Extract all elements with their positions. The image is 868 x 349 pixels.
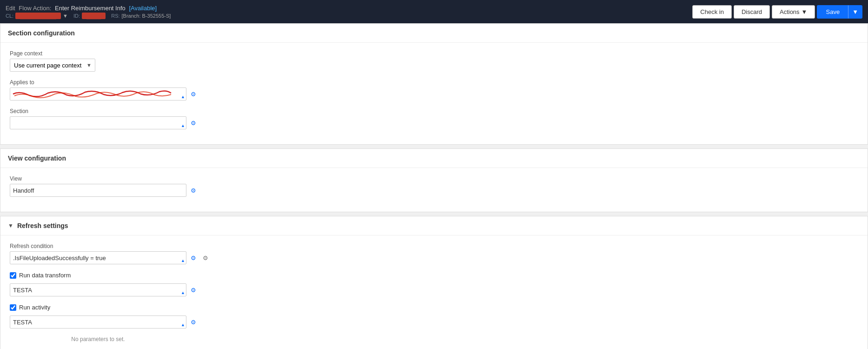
activity-config-icon[interactable]: ⚙ bbox=[188, 317, 199, 327]
view-group: View ⚙ bbox=[10, 175, 858, 197]
refresh-condition-lookup-icon[interactable]: ⚙ bbox=[188, 253, 199, 263]
applies-to-group: Applies to ▲ ⚙ bbox=[10, 79, 858, 101]
top-bar: Edit Flow Action: Enter Reimbursement In… bbox=[0, 0, 868, 23]
refresh-settings-panel: ▼ Refresh settings Refresh condition ▲ ⚙… bbox=[0, 216, 868, 349]
activity-input-wrapper: ▲ bbox=[10, 315, 186, 329]
view-config-body: View ⚙ bbox=[0, 168, 868, 212]
refresh-collapse-icon[interactable]: ▼ bbox=[8, 222, 13, 229]
id-value: ████ bbox=[82, 13, 106, 19]
section-group: Section ▲ ⚙ bbox=[10, 108, 858, 129]
view-config-icon[interactable]: ⚙ bbox=[188, 185, 199, 195]
refresh-settings-title: Refresh settings bbox=[17, 222, 68, 229]
run-data-transform-row: Run data transform bbox=[10, 272, 858, 279]
save-button[interactable]: Save bbox=[817, 5, 848, 19]
applies-to-field-wrapper: ▲ bbox=[10, 87, 186, 101]
section-input[interactable] bbox=[10, 116, 186, 129]
page-context-group: Page context Use current page contextOth… bbox=[10, 50, 858, 72]
refresh-condition-row: ▲ ⚙ ⚙ bbox=[10, 251, 858, 264]
applies-to-config-icon[interactable]: ⚙ bbox=[188, 89, 199, 99]
flow-action-name: Enter Reimbursement Info bbox=[55, 5, 126, 12]
page-context-select[interactable]: Use current page contextOther bbox=[10, 59, 95, 72]
section-input-wrapper: ▲ bbox=[10, 116, 186, 129]
section-label: Section bbox=[10, 108, 858, 114]
run-data-transform-checkbox[interactable] bbox=[10, 272, 16, 279]
activity-row: ▲ ⚙ bbox=[10, 315, 858, 329]
discard-button[interactable]: Discard bbox=[734, 5, 770, 19]
section-config-panel: Section configuration Page context Use c… bbox=[0, 23, 868, 145]
page-context-select-wrapper: Use current page contextOther ▼ bbox=[10, 59, 95, 72]
applies-to-input[interactable] bbox=[10, 87, 186, 101]
actions-label: Actions bbox=[780, 8, 800, 15]
checkin-button[interactable]: Check in bbox=[692, 5, 732, 19]
edit-label: Edit bbox=[6, 5, 15, 12]
view-input[interactable] bbox=[10, 184, 186, 197]
flow-action-label: Flow Action: bbox=[19, 5, 51, 12]
data-transform-config-icon[interactable]: ⚙ bbox=[188, 285, 199, 295]
cl-value: ██████████ bbox=[15, 13, 61, 19]
rs-value: [Branch: B-352555-S] bbox=[122, 13, 171, 19]
refresh-condition-input[interactable] bbox=[10, 251, 186, 264]
refresh-condition-config-icon[interactable]: ⚙ bbox=[200, 253, 211, 263]
run-activity-label[interactable]: Run activity bbox=[19, 304, 50, 311]
activity-group: ▲ ⚙ bbox=[10, 315, 858, 329]
activity-input[interactable] bbox=[10, 315, 186, 329]
main-content: Section configuration Page context Use c… bbox=[0, 23, 868, 349]
view-config-panel: View configuration View ⚙ bbox=[0, 148, 868, 212]
section-config-title: Section configuration bbox=[8, 29, 75, 37]
data-transform-row: ▲ ⚙ bbox=[10, 283, 858, 296]
refresh-condition-input-wrapper: ▲ bbox=[10, 251, 186, 264]
rs-label: RS: bbox=[111, 13, 119, 19]
section-row: ▲ ⚙ bbox=[10, 116, 858, 129]
cl-label: CL: bbox=[6, 13, 13, 19]
refresh-settings-body: Refresh condition ▲ ⚙ ⚙ Run data transfo… bbox=[0, 235, 868, 349]
run-data-transform-label[interactable]: Run data transform bbox=[19, 272, 71, 279]
view-config-title: View configuration bbox=[8, 154, 66, 162]
actions-button[interactable]: Actions ▼ bbox=[772, 5, 815, 19]
applies-to-row: ▲ ⚙ bbox=[10, 87, 858, 101]
available-badge: [Available] bbox=[129, 5, 157, 12]
cl-dropdown[interactable]: ▼ bbox=[63, 13, 68, 19]
cl-meta: CL: ██████████ ▼ bbox=[6, 13, 68, 19]
id-label: ID: bbox=[73, 13, 80, 19]
data-transform-input[interactable] bbox=[10, 283, 186, 296]
top-bar-title: Edit Flow Action: Enter Reimbursement In… bbox=[6, 5, 171, 12]
data-transform-input-wrapper: ▲ bbox=[10, 283, 186, 296]
save-dropdown-button[interactable]: ▼ bbox=[848, 5, 862, 19]
section-config-icon[interactable]: ⚙ bbox=[188, 118, 199, 128]
run-activity-checkbox[interactable] bbox=[10, 304, 16, 311]
section-config-body: Page context Use current page contextOth… bbox=[0, 43, 868, 144]
page-context-label: Page context bbox=[10, 50, 858, 57]
refresh-condition-group: Refresh condition ▲ ⚙ ⚙ bbox=[10, 243, 858, 264]
data-transform-group: ▲ ⚙ bbox=[10, 283, 858, 296]
run-activity-row: Run activity bbox=[10, 304, 858, 311]
id-meta: ID: ████ bbox=[73, 13, 106, 19]
top-bar-left: Edit Flow Action: Enter Reimbursement In… bbox=[6, 5, 171, 19]
top-bar-right: Check in Discard Actions ▼ Save ▼ bbox=[692, 5, 862, 19]
refresh-settings-header[interactable]: ▼ Refresh settings bbox=[0, 216, 868, 235]
refresh-condition-label: Refresh condition bbox=[10, 243, 858, 249]
actions-chevron-icon: ▼ bbox=[802, 8, 808, 15]
view-config-header: View configuration bbox=[0, 149, 868, 168]
view-input-wrapper bbox=[10, 184, 186, 197]
top-bar-meta: CL: ██████████ ▼ ID: ████ RS: [Branch: B… bbox=[6, 13, 171, 19]
rs-meta: RS: [Branch: B-352555-S] bbox=[111, 13, 171, 19]
section-config-header: Section configuration bbox=[0, 24, 868, 43]
applies-to-label: Applies to bbox=[10, 79, 858, 86]
no-params-text: No parameters to set. bbox=[10, 336, 186, 342]
save-group: Save ▼ bbox=[817, 5, 862, 19]
view-label: View bbox=[10, 175, 858, 182]
view-row: ⚙ bbox=[10, 184, 858, 197]
